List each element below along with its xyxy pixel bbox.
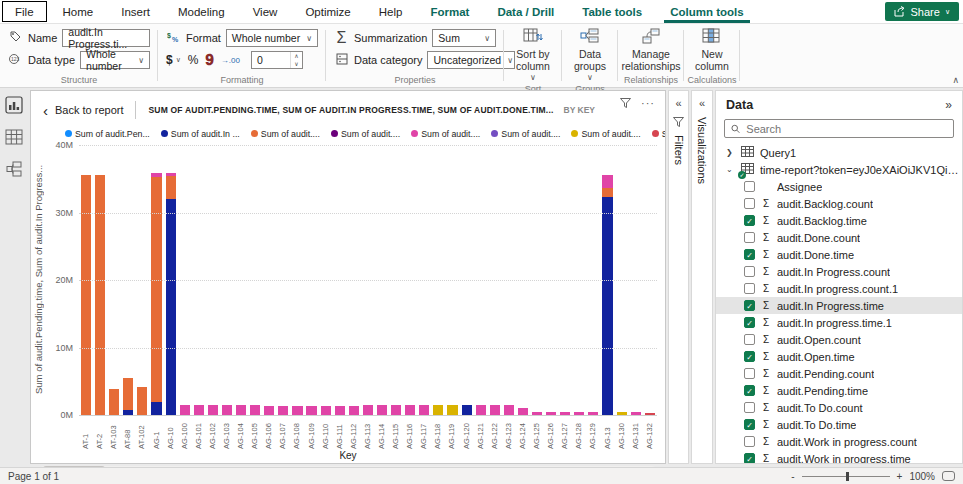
sort-by-column-button[interactable]: Sort by column∨ — [512, 27, 554, 84]
model-view-button[interactable] — [5, 160, 23, 178]
more-options-icon[interactable]: ··· — [641, 97, 655, 109]
menu-tab-insert[interactable]: Insert — [107, 0, 164, 23]
legend-item[interactable]: Sum of au... — [652, 128, 665, 139]
field-checkbox[interactable]: ✓ — [744, 419, 755, 430]
report-view-button[interactable] — [5, 96, 23, 114]
legend-item[interactable]: Sum of audit.... — [571, 128, 640, 139]
percent-button[interactable]: % — [188, 53, 199, 67]
search-input[interactable] — [746, 123, 947, 135]
header-divider — [135, 101, 136, 119]
field-checkbox[interactable]: ✓ — [744, 300, 755, 311]
field-checkbox[interactable] — [744, 198, 755, 209]
data-view-button[interactable] — [5, 128, 23, 146]
field-checkbox[interactable]: ✓ — [744, 249, 755, 260]
menu-tab-view[interactable]: View — [239, 0, 292, 23]
visualizations-pane-title[interactable]: Visualizations — [696, 117, 708, 184]
filter-icon[interactable] — [620, 98, 631, 108]
field-row[interactable]: ✓Σaudit.In progress.time.1 — [716, 314, 962, 331]
new-column-button[interactable]: New column — [692, 27, 732, 72]
legend-item[interactable]: Sum of audit.... — [251, 128, 320, 139]
collapse-ribbon-icon[interactable]: ∧ — [952, 75, 959, 85]
menu-tab-data-drill[interactable]: Data / Drill — [483, 0, 568, 23]
field-checkbox[interactable] — [744, 181, 755, 192]
field-row[interactable]: Σaudit.Done.count — [716, 229, 962, 246]
decimal-places-icon[interactable]: →.00 — [221, 56, 240, 65]
fit-to-page-button[interactable] — [942, 471, 955, 481]
field-row[interactable]: Σaudit.Open.count — [716, 331, 962, 348]
menu-tab-optimize[interactable]: Optimize — [291, 0, 364, 23]
field-row[interactable]: Σaudit.Work in progress.count — [716, 433, 962, 450]
field-checkbox[interactable]: ✓ — [744, 215, 755, 226]
chevron-collapsed-icon[interactable]: ❯ — [726, 148, 736, 157]
field-row[interactable]: ✓Σaudit.Done.time — [716, 246, 962, 263]
legend-dot — [331, 130, 338, 137]
filters-pane-title[interactable]: Filters — [673, 135, 685, 165]
format-select[interactable]: Whole number∨ — [226, 29, 318, 47]
menu-tab-modeling[interactable]: Modeling — [164, 0, 239, 23]
menu-tab-home[interactable]: Home — [49, 0, 108, 23]
field-row[interactable]: Assignee — [716, 178, 962, 195]
menu-tab-table-tools[interactable]: Table tools — [568, 0, 656, 23]
spinner-up-icon[interactable]: ∧ — [291, 52, 302, 60]
chevron-expanded-icon[interactable]: ⌄ — [726, 165, 736, 174]
field-checkbox[interactable] — [744, 436, 755, 447]
spinner-down-icon[interactable]: ∨ — [291, 60, 302, 68]
field-checkbox[interactable]: ✓ — [744, 351, 755, 362]
zoom-out-button[interactable]: - — [791, 471, 794, 482]
refresh-success-badge: ✓ — [738, 171, 746, 179]
field-row[interactable]: Σaudit.In progress.count.1 — [716, 280, 962, 297]
table-row[interactable]: ⌄✓time-report?token=eyJ0eXAiOiJKV1QiLCJh… — [716, 161, 962, 178]
share-button[interactable]: Share ∨ — [885, 2, 959, 21]
x-slot: AT-2 — [93, 415, 107, 449]
summarization-select[interactable]: Sum∨ — [432, 29, 496, 47]
field-checkbox[interactable] — [744, 402, 755, 413]
search-box[interactable] — [724, 119, 954, 138]
collapse-data-pane-icon[interactable]: » — [945, 98, 952, 112]
field-row[interactable]: Σaudit.To Do.count — [716, 399, 962, 416]
zoom-slider[interactable] — [802, 476, 890, 477]
field-row[interactable]: Σaudit.Pending.count — [716, 365, 962, 382]
field-checkbox[interactable]: ✓ — [744, 385, 755, 396]
zoom-in-button[interactable]: + — [897, 471, 903, 482]
expand-visualizations-icon[interactable]: « — [699, 97, 705, 109]
legend-item[interactable]: Sum of audit.Pen... — [65, 128, 150, 139]
data-category-select[interactable]: Uncategorized∨ — [427, 51, 515, 69]
table-row[interactable]: ❯Query1 — [716, 144, 962, 161]
field-checkbox[interactable]: ✓ — [744, 317, 755, 328]
legend-item[interactable]: Sum of audit.In ... — [161, 128, 240, 139]
thousands-separator-button[interactable]: 𝟗 — [205, 55, 213, 65]
manage-relationships-button[interactable]: Manage relationships — [626, 27, 676, 72]
menu-tab-file[interactable]: File — [2, 1, 47, 22]
zoom-slider-thumb[interactable] — [846, 472, 849, 481]
expand-filters-icon[interactable]: « — [675, 97, 681, 109]
field-checkbox[interactable] — [744, 368, 755, 379]
field-checkbox[interactable] — [744, 232, 755, 243]
chevron-down-icon[interactable]: ∨ — [176, 56, 181, 64]
legend-item[interactable]: Sum of audit.... — [331, 128, 400, 139]
menu-tab-format[interactable]: Format — [416, 0, 483, 23]
field-row[interactable]: Σaudit.In Progress.count — [716, 263, 962, 280]
field-label: audit.In progress.count.1 — [777, 283, 898, 295]
field-row[interactable]: ✓Σaudit.Work in progress.time — [716, 450, 962, 464]
decimals-spinner[interactable]: 0 ∧∨ — [251, 51, 303, 69]
field-row[interactable]: ✓Σaudit.Pending.time — [716, 382, 962, 399]
field-checkbox[interactable] — [744, 266, 755, 277]
field-row[interactable]: Σaudit.Backlog.count — [716, 195, 962, 212]
currency-button[interactable]: $ — [166, 53, 173, 67]
name-input[interactable]: audit.In Progress.ti... — [62, 29, 150, 47]
legend-item[interactable]: Sum of audit.... — [411, 128, 480, 139]
legend-item[interactable]: Sum of audit.... — [491, 128, 560, 139]
field-row[interactable]: ✓Σaudit.Backlog.time — [716, 212, 962, 229]
field-row[interactable]: ✓Σaudit.To Do.time — [716, 416, 962, 433]
field-checkbox[interactable] — [744, 283, 755, 294]
field-checkbox[interactable] — [744, 334, 755, 345]
menu-tab-help[interactable]: Help — [365, 0, 417, 23]
back-to-report-button[interactable]: ‹ Back to report — [43, 104, 123, 116]
data-type-select[interactable]: Whole number∨ — [80, 51, 150, 69]
field-row[interactable]: ✓Σaudit.Open.time — [716, 348, 962, 365]
menu-tab-column-tools[interactable]: Column tools — [656, 0, 757, 23]
field-row[interactable]: ✓Σaudit.In Progress.time — [716, 297, 962, 314]
field-checkbox[interactable]: ✓ — [744, 453, 755, 464]
sigma-icon: Σ — [761, 266, 771, 277]
data-groups-button[interactable]: Data groups∨ — [570, 27, 610, 84]
